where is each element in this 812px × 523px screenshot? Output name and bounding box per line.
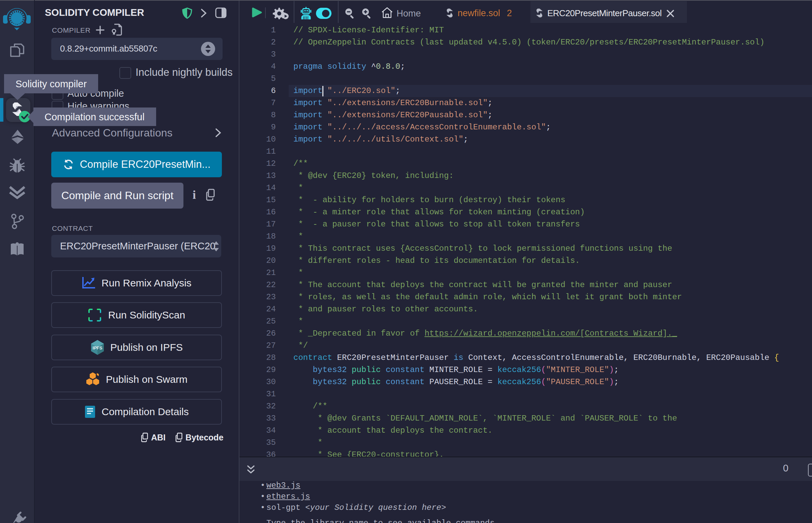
svg-text:IPFS: IPFS xyxy=(92,345,102,350)
